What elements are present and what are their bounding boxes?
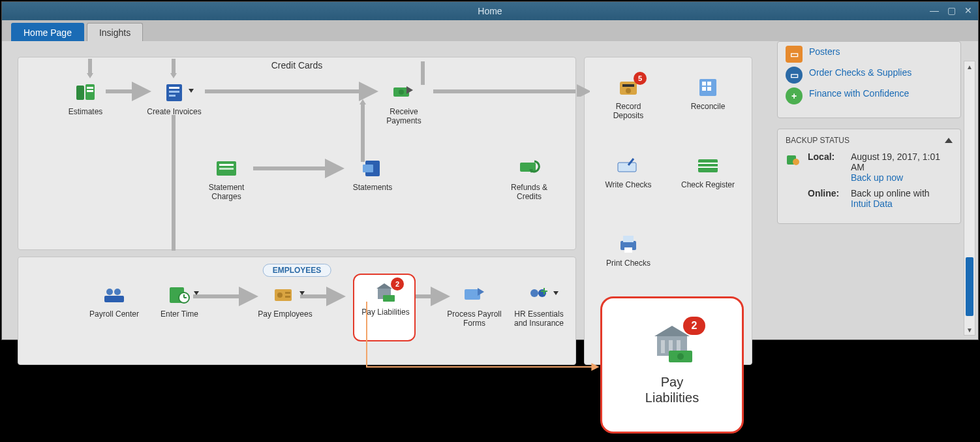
finance-confidence-link[interactable]: + Finance with Confidence <box>786 87 953 104</box>
order-law-posters-link[interactable]: ▭ Posters <box>786 46 953 63</box>
workspace: Credit Cards <box>2 41 978 339</box>
sidebar: ▭ Posters ▭ Order Checks & Supplies + Fi… <box>777 41 961 365</box>
finance-confidence-label: Finance with Confidence <box>809 87 909 99</box>
enter-time-button[interactable]: Enter Time <box>151 285 207 319</box>
svg-rect-34 <box>104 296 124 302</box>
title-bar: Home — ▢ ✕ <box>2 2 978 20</box>
svg-rect-19 <box>169 95 176 97</box>
vertical-scrollbar[interactable]: ▲ ▼ <box>964 61 975 336</box>
reconcile-button[interactable]: Reconcile <box>680 77 736 111</box>
hr-essentials-button[interactable]: HR Essentials and Insurance <box>508 285 570 328</box>
payroll-center-button[interactable]: Payroll Center <box>86 285 142 319</box>
svg-point-32 <box>106 289 113 295</box>
record-deposits-badge: 5 <box>634 72 647 85</box>
payroll-center-icon <box>103 287 125 304</box>
svg-rect-59 <box>707 87 711 91</box>
svg-rect-58 <box>702 87 706 91</box>
create-invoices-button[interactable]: Create Invoices <box>146 82 202 116</box>
svg-rect-39 <box>275 289 292 301</box>
pay-liabilities-callout-badge: 2 <box>683 317 705 335</box>
backup-status-header[interactable]: BACKUP STATUS <box>786 136 953 145</box>
backup-status-title: BACKUP STATUS <box>786 136 850 145</box>
svg-marker-8 <box>170 73 177 78</box>
dropdown-arrow-icon <box>299 291 305 295</box>
estimates-label: Estimates <box>57 107 114 116</box>
order-checks-link[interactable]: ▭ Order Checks & Supplies <box>786 67 953 84</box>
order-posters-label-partial: Posters <box>809 46 840 57</box>
invoice-icon <box>164 83 185 103</box>
pay-liabilities-callout-label: PayLiabilities <box>645 374 699 405</box>
backup-local-label: Local: <box>808 151 844 162</box>
payroll-center-label: Payroll Center <box>86 309 142 319</box>
pay-employees-button[interactable]: Pay Employees <box>257 285 313 319</box>
collapse-chevron-icon <box>945 138 953 143</box>
tab-insights[interactable]: Insights <box>87 23 143 41</box>
backup-online-value: Back up online with <box>851 188 930 198</box>
scroll-up-button[interactable]: ▲ <box>964 61 975 72</box>
svg-rect-27 <box>520 163 536 172</box>
dropdown-arrow-icon <box>553 291 559 295</box>
close-button[interactable]: ✕ <box>962 5 974 16</box>
process-payroll-forms-button[interactable]: Process Payroll Forms <box>446 285 502 328</box>
scroll-thumb[interactable] <box>966 257 973 316</box>
pay-liabilities-label: Pay Liabilities <box>358 308 414 317</box>
estimates-button[interactable]: Estimates <box>57 82 114 116</box>
sidebar-links-card: ▭ Posters ▭ Order Checks & Supplies + Fi… <box>777 41 961 118</box>
enter-time-label: Enter Time <box>151 309 207 319</box>
order-checks-label: Order Checks & Supplies <box>809 67 911 78</box>
statement-charges-button[interactable]: Statement Charges <box>198 158 254 201</box>
pay-liabilities-button[interactable]: 2 Pay Liabilities <box>358 283 414 317</box>
backup-status-card: BACKUP STATUS Local: August 19, 2017, 1:… <box>777 129 961 224</box>
svg-rect-12 <box>76 86 84 100</box>
svg-rect-72 <box>661 340 665 353</box>
svg-rect-57 <box>707 82 711 86</box>
maximize-button[interactable]: ▢ <box>945 5 957 16</box>
receive-payments-button[interactable]: Receive Payments <box>376 82 432 125</box>
scroll-down-button[interactable]: ▼ <box>964 324 975 335</box>
reconcile-icon <box>698 78 718 97</box>
pay-liabilities-callout: 2 PayLiabilities <box>600 296 744 434</box>
pay-liabilities-badge: 2 <box>391 277 404 291</box>
svg-point-44 <box>530 289 538 297</box>
svg-rect-62 <box>698 159 718 172</box>
statements-button[interactable]: Statements <box>345 158 401 192</box>
process-forms-icon <box>463 287 485 304</box>
pay-liabilities-callout-icon: 2 <box>649 324 695 364</box>
pay-employees-label: Pay Employees <box>257 309 313 319</box>
local-backup-icon <box>786 151 801 168</box>
record-deposits-label: Record Deposits <box>600 102 656 120</box>
employees-panel-header: EMPLOYEES <box>263 264 331 277</box>
write-checks-label: Write Checks <box>600 180 656 189</box>
process-payroll-forms-label: Process Payroll Forms <box>446 309 502 328</box>
check-register-button[interactable]: Check Register <box>680 155 736 189</box>
record-deposits-button[interactable]: 5 Record Deposits <box>600 77 656 120</box>
customers-panel: Credit Cards <box>18 57 576 250</box>
tab-home-page[interactable]: Home Page <box>11 23 84 41</box>
svg-point-45 <box>538 289 546 297</box>
dropdown-arrow-icon <box>194 291 199 295</box>
intuit-data-link[interactable]: Intuit Data <box>851 198 930 209</box>
refunds-credits-button[interactable]: Refunds & Credits <box>501 158 557 201</box>
tab-insights-label: Insights <box>99 27 130 38</box>
svg-rect-67 <box>624 247 632 253</box>
write-checks-icon <box>617 157 640 174</box>
svg-rect-17 <box>169 87 179 89</box>
hr-essentials-icon <box>528 287 550 304</box>
back-up-now-link[interactable]: Back up now <box>851 172 953 183</box>
workflow-canvas: Credit Cards <box>18 41 752 339</box>
minimize-button[interactable]: — <box>928 5 940 16</box>
backup-online-label: Online: <box>808 188 844 198</box>
pay-liabilities-highlight: 2 Pay Liabilities <box>353 274 416 341</box>
svg-point-40 <box>277 292 283 298</box>
svg-rect-42 <box>285 296 290 298</box>
svg-rect-66 <box>623 236 634 242</box>
estimates-icon <box>75 83 96 103</box>
write-checks-button[interactable]: Write Checks <box>600 155 656 189</box>
receive-payments-icon <box>392 84 416 102</box>
svg-rect-15 <box>87 90 93 92</box>
svg-point-33 <box>114 289 121 295</box>
print-checks-button[interactable]: Print Checks <box>600 234 656 268</box>
print-checks-icon <box>618 234 639 254</box>
svg-point-54 <box>626 88 631 93</box>
svg-marker-11 <box>360 99 366 104</box>
